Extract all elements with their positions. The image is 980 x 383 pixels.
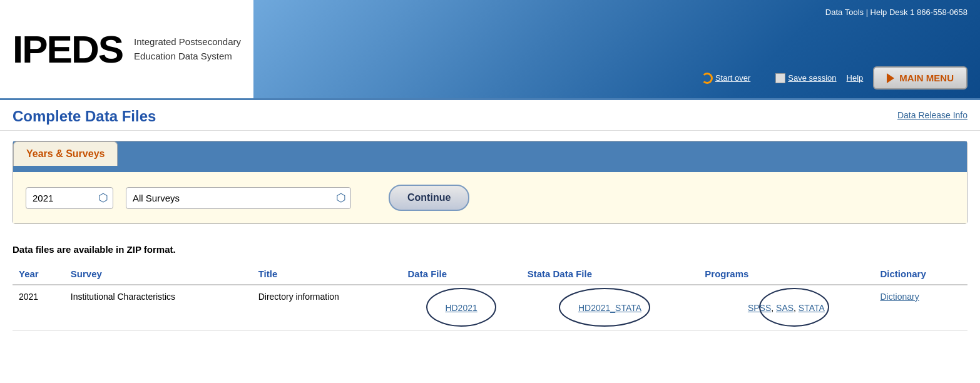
col-header-year: Year <box>13 263 64 285</box>
cell-title: Directory information <box>252 285 402 331</box>
data-table: Year Survey Title Data File Stata Data F… <box>13 263 967 331</box>
cell-programs: SPSS, SAS, STATA <box>698 285 874 331</box>
header-wave: Data Tools | Help Desk 1 866-558-0658 St… <box>253 0 980 98</box>
survey-select[interactable]: All Surveys Admissions Completions Finan… <box>126 187 351 209</box>
refresh-icon <box>702 73 713 84</box>
play-icon <box>887 73 894 83</box>
col-header-title: Title <box>252 263 402 285</box>
data-release-link[interactable]: Data Release Info <box>897 110 967 120</box>
col-header-survey: Survey <box>64 263 252 285</box>
table-header-row: Year Survey Title Data File Stata Data F… <box>13 263 967 285</box>
data-file-link[interactable]: HD2021 <box>445 303 477 313</box>
stata-link[interactable]: STATA <box>799 303 825 313</box>
year-select[interactable]: 2021 2020 2019 2018 <box>26 187 113 209</box>
header-top-right: Data Tools | Help Desk 1 866-558-0658 <box>253 5 967 17</box>
stata-file-link[interactable]: HD2021_STATA <box>578 303 641 313</box>
spss-link[interactable]: SPSS <box>748 303 771 313</box>
cell-dictionary: Dictionary <box>874 285 967 331</box>
cell-survey: Institutional Characteristics <box>64 285 252 331</box>
years-surveys-panel: Years & Surveys 2021 2020 2019 2018 ⬡ Al… <box>13 141 967 224</box>
cell-stata-file: HD2021_STATA <box>521 285 699 331</box>
cell-data-file: HD2021 <box>402 285 521 331</box>
year-select-wrapper: 2021 2020 2019 2018 ⬡ <box>26 187 113 209</box>
data-section-note: Data files are available in ZIP format. <box>13 244 967 255</box>
col-header-data-file: Data File <box>402 263 521 285</box>
header-nav: Start over Save session Help MAIN MENU <box>253 66 967 93</box>
data-section: Data files are available in ZIP format. … <box>0 234 980 341</box>
survey-select-wrapper: All Surveys Admissions Completions Finan… <box>126 187 351 209</box>
logo: IPEDS <box>13 27 123 71</box>
continue-button[interactable]: Continue <box>389 185 469 211</box>
table-row: 2021 Institutional Characteristics Direc… <box>13 285 967 331</box>
page-title: Complete Data Files <box>13 108 967 125</box>
col-header-stata-file: Stata Data File <box>521 263 699 285</box>
header: IPEDS Integrated Postsecondary Education… <box>0 0 980 100</box>
col-header-dictionary: Dictionary <box>874 263 967 285</box>
help-link[interactable]: Help <box>847 73 864 83</box>
panel-body: 2021 2020 2019 2018 ⬡ All Surveys Admiss… <box>13 170 967 223</box>
save-icon <box>775 73 785 83</box>
logo-subtitle: Integrated Postsecondary Education Data … <box>134 35 241 63</box>
main-menu-button[interactable]: MAIN MENU <box>873 66 967 89</box>
col-header-programs: Programs <box>698 263 874 285</box>
save-session-link[interactable]: Save session <box>775 73 836 83</box>
page-title-bar: Data Release Info Complete Data Files <box>0 100 980 131</box>
dictionary-link[interactable]: Dictionary <box>880 292 919 302</box>
sas-link[interactable]: SAS <box>776 303 794 313</box>
start-over-link[interactable]: Start over <box>702 73 750 84</box>
panel-tab: Years & Surveys <box>13 141 118 166</box>
cell-year: 2021 <box>13 285 64 331</box>
header-left: IPEDS Integrated Postsecondary Education… <box>0 0 253 98</box>
